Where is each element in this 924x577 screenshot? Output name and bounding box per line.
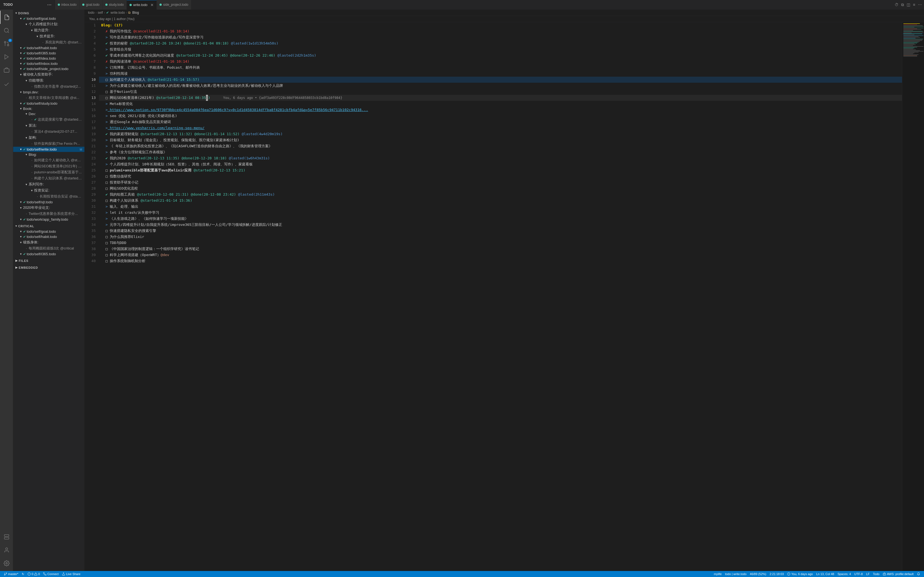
connect-item[interactable]: Connect <box>42 571 60 577</box>
sidebar-item-fenix[interactable]: · 软件架构探索(The Fenix Pr... <box>13 141 84 147</box>
code-content[interactable]: Blog: (17) ✗ 我的写作指北 @cancelled(21-01-16 … <box>99 22 902 571</box>
errors-item[interactable]: 0 0 <box>26 571 42 577</box>
breadcrumb-todo[interactable]: todo <box>88 11 94 15</box>
encoding-item[interactable]: UTF-8 <box>853 571 864 577</box>
profile-item[interactable]: AWS: profile:default <box>881 571 915 577</box>
sidebar-item-pulumi[interactable]: · pulumi+ansibe部署配置基于... <box>13 169 84 175</box>
sidebar-item-knowledge[interactable]: · 构建个人知识体系 @started(... <box>13 175 84 181</box>
sync-item[interactable]: ↻ <box>20 571 26 577</box>
sidebar-item-2020thesis[interactable]: ▾ 2020年毕业论文: <box>13 205 84 211</box>
activity-check-todo[interactable] <box>0 78 13 91</box>
doing-section-header[interactable]: ▾ DOING <box>13 10 84 16</box>
live-share-item[interactable]: Live Share <box>60 571 82 577</box>
activity-search[interactable] <box>0 24 13 37</box>
sidebar-item-dev[interactable]: ▾ Dev: <box>13 111 84 116</box>
sidebar-critical-exercise[interactable]: ▾ 锻炼身体: <box>13 239 84 245</box>
files-section-header[interactable]: ▶ FILES <box>13 256 84 263</box>
sidebar-item-habit[interactable]: ▾ ✔ todo/self/habit.todo <box>13 45 84 50</box>
sidebar-item-arch[interactable]: · 系统架构能力 @started(20... <box>13 39 84 45</box>
tab-close-write[interactable]: ✕ <box>150 3 154 7</box>
activity-account[interactable] <box>0 543 13 557</box>
eol-item[interactable]: LF <box>864 571 871 577</box>
ln-25: 25 <box>85 167 96 173</box>
sidebar-item-side[interactable]: ▾ ✔ todo/self/side_project.todo <box>13 66 84 71</box>
sidebar-item-blog[interactable]: ▾ Blog: <box>13 152 84 157</box>
sidebar-item-twitter[interactable]: · Twitter优惠券聚合系统需求分... <box>13 211 84 217</box>
activity-run[interactable] <box>0 50 13 63</box>
sidebar-item-algo[interactable]: ▾ 算法: <box>13 122 84 129</box>
file-path-item[interactable]: todo | write.todo <box>723 571 748 577</box>
svg-point-56 <box>5 575 5 575</box>
author-item[interactable]: You, 6 days ago <box>785 571 814 577</box>
critical-section-header[interactable]: ▾ CRITICAL <box>13 222 84 229</box>
file-arrow: · <box>30 130 34 133</box>
breadcrumb-page-icon: ⧉ <box>128 11 131 15</box>
tab-study[interactable]: study.todo <box>103 0 127 10</box>
activity-source-control[interactable]: 2 <box>0 37 13 50</box>
sidebar-item-app-family[interactable]: ▾ ✔ todo/work/app_family.todo <box>13 217 84 222</box>
svg-point-11 <box>5 548 7 550</box>
tab-write[interactable]: write.todo ✕ <box>127 0 157 10</box>
sidebar-item-func[interactable]: ▾ 功能增强: <box>13 77 84 84</box>
sidebar-critical-goal[interactable]: ▾ ✔ todo/self/goal.todo <box>13 229 84 234</box>
sidebar-item-passive-income[interactable]: · 如何建立个人被动收入 @start... <box>13 157 84 163</box>
spaces-item[interactable]: Spaces: 4 <box>836 571 853 577</box>
time-item[interactable]: 2:21:18:03 <box>768 571 785 577</box>
svg-rect-28 <box>903 35 924 36</box>
sidebar-item-algo4[interactable]: · 算法4 @started(20-07-27... <box>13 129 84 135</box>
sidebar-item-write[interactable]: ▾ ✔ todo/self/write.todo M <box>13 147 84 152</box>
sidebar-item-long-invest[interactable]: · 长期投资组合实证 @started... <box>13 193 84 200</box>
sidebar-item-i365[interactable]: ▾ ✔ todo/self/i365.todo <box>13 50 84 56</box>
code-line-13[interactable]: □ 网站SEO检查清单(2021年) @started(20-12-14 08:… <box>99 95 902 101</box>
sidebar-critical-i365[interactable]: ▾ ✔ todo/self/i365.todo <box>13 251 84 256</box>
sidebar-item-index[interactable]: · 指数历史市盈率 @started(2... <box>13 84 84 90</box>
sidebar-item-seo-check[interactable]: · 网站SEO检查清单(2021年) @... <box>13 163 84 169</box>
breadcrumb-blog[interactable]: Blog <box>132 11 139 15</box>
mylife-item[interactable]: mylife <box>712 571 724 577</box>
tab-goal[interactable]: goal.todo <box>79 0 102 10</box>
code-line-28: □ 网站SEO优化流程 <box>99 185 902 192</box>
tab-inbox[interactable]: inbox.todo <box>55 0 79 10</box>
cursor-item[interactable]: Ln 13, Col 48 <box>814 571 836 577</box>
sidebar-item-series[interactable]: ▾ 系列写作: <box>13 181 84 187</box>
embedded-section-header[interactable]: ▶ EMBEDDED <box>13 263 84 270</box>
sidebar-item-xjt[interactable]: ▾ ✔ todo/self/xjt.todo <box>13 200 84 205</box>
code-editor[interactable]: 1 2 3 4 5 6 7 8 9 10 11 12 13 14 15 16 1 <box>85 22 924 571</box>
history-icon[interactable]: ⏱ <box>893 2 900 8</box>
activity-explorer[interactable] <box>0 11 13 24</box>
more-actions-icon[interactable]: ⋯ <box>47 2 52 7</box>
sidebar-item-idea[interactable]: ▾ ✔ todo/self/idea.todo <box>13 56 84 61</box>
code-line-2: ✗ 我的写作指北 @cancelled(21-01-16 10:14) <box>99 28 902 34</box>
progress-item[interactable]: 46/89 (52%) <box>748 571 768 577</box>
sidebar-item-study[interactable]: ▾ ✔ todo/self/study.todo <box>13 101 84 106</box>
sidebar-item-personal-plan[interactable]: ▾ 个人四维提升计划: <box>13 21 84 27</box>
more-tab-actions[interactable]: ⋯ <box>917 2 923 8</box>
sidebar-item-arch2[interactable]: ▾ 架构: <box>13 135 84 141</box>
file-type-item[interactable]: Todo <box>871 571 881 577</box>
sidebar-item-article[interactable]: · 相关文章模块/文章阅读数 @st... <box>13 95 84 101</box>
sidebar-item-book[interactable]: ▾ Book: <box>13 106 84 111</box>
git-branch-item[interactable]: master* <box>2 571 20 577</box>
sidebar-item-invest-proof[interactable]: ▾ 投资实证: <box>13 187 84 193</box>
sidebar-item-bmpi[interactable]: ▾ bmpi.dev: <box>13 90 84 95</box>
view-icon[interactable]: ◫ <box>906 2 911 8</box>
sidebar-item-ability[interactable]: ▾ 能力提升: <box>13 27 84 33</box>
sidebar-item-search-engine[interactable]: · ✔ 这就是搜索引擎 @started(2... <box>13 116 84 122</box>
breadcrumb-icon-btn[interactable]: ≡ <box>912 2 916 8</box>
sidebar-item-passive[interactable]: ▾ 被动收入投资助手: <box>13 71 84 77</box>
activity-settings[interactable] <box>0 557 13 570</box>
sidebar-item-tech[interactable]: ▾ 技术提升: <box>13 33 84 39</box>
sidebar-item-inbox[interactable]: ▾ ✔ todo/self/inbox.todo <box>13 61 84 66</box>
ln-12: 12 <box>85 89 96 95</box>
tab-side-project[interactable]: side_project.todo <box>157 0 191 10</box>
sidebar-critical-exercise-item[interactable]: · 每周椭圆机锻炼3次 @critical <box>13 245 84 251</box>
sidebar-item-goal-todo[interactable]: ▾ ✔ todo/self/goal.todo <box>13 16 84 21</box>
notification-item[interactable] <box>915 571 922 577</box>
activity-extensions[interactable] <box>0 63 13 77</box>
expand-arrow: ▾ <box>24 112 29 116</box>
activity-remote[interactable] <box>0 530 13 543</box>
split-editor-icon[interactable]: ⧉ <box>900 2 905 8</box>
breadcrumb-self[interactable]: self <box>98 11 103 15</box>
sidebar-critical-habit[interactable]: ▾ ✔ todo/self/habit.todo <box>13 234 84 239</box>
breadcrumb-write[interactable]: write.todo <box>111 11 125 15</box>
